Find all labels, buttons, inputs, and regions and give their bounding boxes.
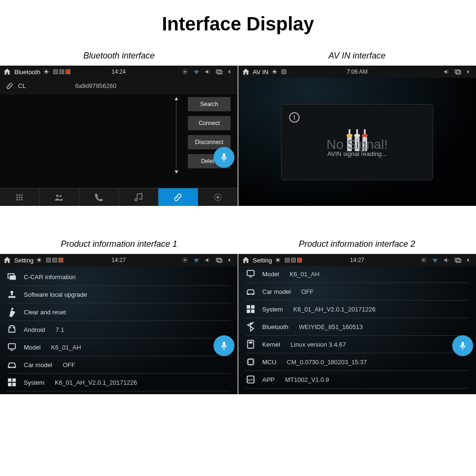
row-label: Car model — [24, 361, 52, 369]
bt-tab-bar — [0, 188, 237, 206]
brightness-icon[interactable]: ☀ — [275, 256, 281, 264]
setting-row-bluetooth[interactable]: BluetoothWEIYIDE_851_160513 — [245, 318, 469, 336]
svg-rect-48 — [249, 342, 252, 344]
screen-icon[interactable] — [454, 68, 462, 76]
scroll-down-icon[interactable]: ▼ — [174, 168, 179, 175]
setting-row-model[interactable]: ModelK6_01_AH — [7, 339, 231, 356]
svg-point-14 — [60, 195, 62, 197]
setting-row-software-local-upgrade[interactable]: Software local upgrade — [7, 286, 231, 303]
home-icon[interactable] — [242, 68, 250, 76]
model-icon — [7, 342, 17, 352]
screen-icon[interactable] — [215, 256, 223, 264]
setting-row-system[interactable]: SystemK6_01_AH_V2.0.1_20171226 — [245, 301, 469, 318]
clock: 14:27 — [111, 257, 126, 263]
bluetooth-icon — [245, 321, 256, 332]
setting-row-clear-and-reset[interactable]: Clear and reset — [7, 303, 231, 321]
svg-point-10 — [16, 199, 18, 200]
svg-rect-38 — [456, 259, 460, 262]
tab-calls[interactable] — [79, 188, 119, 206]
mic-button[interactable] — [214, 147, 234, 168]
model-icon — [245, 269, 256, 279]
row-value: K6_01_AH_V2.0.1_20171226 — [55, 379, 137, 386]
svg-rect-21 — [218, 259, 222, 262]
brightness-icon[interactable]: ☀ — [43, 68, 49, 76]
volume-icon[interactable] — [443, 256, 450, 264]
svg-rect-24 — [9, 296, 16, 298]
setting-row-mcu[interactable]: MCUCM_0.0730.0_180203_15:37 — [245, 353, 469, 371]
brightness-icon[interactable]: ☀ — [36, 256, 42, 264]
row-label: System — [262, 306, 283, 313]
home-icon[interactable] — [3, 68, 11, 76]
tray-icons — [285, 258, 302, 262]
volume-icon[interactable] — [204, 256, 212, 264]
device-name: CL — [18, 82, 75, 89]
row-label: Model — [262, 271, 279, 278]
screen-icon[interactable] — [454, 256, 462, 264]
connect-button[interactable]: Connect — [188, 116, 231, 130]
tab-settings[interactable] — [198, 188, 237, 206]
setting-row-c-car-information[interactable]: C-CAR information — [7, 268, 231, 286]
wifi-icon — [193, 68, 200, 76]
mic-button[interactable] — [214, 335, 234, 356]
svg-rect-2 — [216, 70, 221, 73]
caption-bluetooth: Bluetooth interface — [0, 46, 238, 66]
app-icon: APP — [245, 374, 256, 385]
car-model-icon — [245, 286, 256, 297]
home-icon[interactable] — [242, 256, 250, 264]
setting-row-kernel[interactable]: KernelLinux version 3.4.67 — [245, 336, 469, 353]
caption-info2: Product information interface 2 — [238, 234, 476, 254]
link-icon — [6, 82, 13, 90]
screen-bluetooth: Bluetooth ☀ 14:24 CL 6a9d978 — [0, 66, 238, 206]
svg-rect-45 — [246, 310, 250, 313]
setting-row-car-model[interactable]: Car modelOFF — [245, 283, 469, 301]
svg-rect-20 — [216, 258, 221, 262]
row-label: Bluetooth — [262, 323, 289, 330]
device-address: 6a9d97856260 — [75, 82, 117, 89]
svg-rect-40 — [249, 277, 252, 278]
tab-pair[interactable] — [158, 188, 198, 206]
location-icon — [420, 256, 427, 264]
setting-row-car-model[interactable]: Car modelOFF — [7, 356, 231, 374]
back-icon[interactable] — [227, 256, 234, 264]
svg-rect-3 — [218, 71, 222, 74]
row-label: System — [24, 379, 44, 386]
row-value: WEIYIDE_851_160513 — [299, 323, 362, 330]
back-icon[interactable] — [466, 68, 473, 76]
volume-icon[interactable] — [443, 68, 450, 76]
scroll-track[interactable] — [176, 102, 176, 168]
tab-music[interactable] — [119, 188, 158, 206]
svg-rect-33 — [8, 383, 11, 386]
setting-row-android[interactable]: Android7.1 — [7, 321, 231, 339]
setting-row-app[interactable]: APPAPPMT1002_V1.0.9 — [245, 371, 469, 389]
bt-device-row[interactable]: CL 6a9d97856260 — [0, 78, 237, 94]
av-panel: ! No Signal! AVIN signal reading... — [281, 104, 433, 180]
row-label: Car model — [262, 288, 291, 295]
tab-keypad[interactable] — [0, 188, 39, 206]
svg-point-0 — [184, 71, 186, 73]
volume-icon[interactable] — [204, 68, 212, 76]
svg-point-29 — [9, 367, 11, 369]
home-icon[interactable] — [3, 256, 11, 264]
android-icon — [7, 324, 17, 335]
svg-rect-17 — [456, 71, 460, 74]
screen-icon[interactable] — [215, 68, 223, 76]
svg-point-6 — [21, 194, 22, 195]
setting-row-system[interactable]: SystemK6_01_AH_V2.0.1_20171226 — [7, 374, 231, 391]
c-car-information-icon — [7, 272, 17, 282]
screen-info1: Setting ☀ 14:27 C-CAR informationSoftwar… — [0, 254, 238, 394]
svg-rect-27 — [9, 344, 16, 349]
row-value: OFF — [301, 288, 313, 295]
mic-button[interactable] — [452, 335, 473, 356]
back-icon[interactable] — [466, 256, 473, 264]
scroll-up-icon[interactable]: ▲ — [174, 95, 179, 102]
search-button[interactable]: Search — [188, 97, 231, 111]
wifi-icon — [193, 256, 200, 264]
tab-contacts[interactable] — [39, 188, 79, 206]
setting-row-model[interactable]: ModelK6_01_AH — [245, 266, 469, 283]
alert-icon: ! — [289, 112, 300, 123]
svg-text:APP: APP — [247, 379, 253, 382]
brightness-icon[interactable]: ☀ — [272, 68, 278, 76]
svg-point-30 — [13, 367, 15, 369]
clock: 7:06 AM — [347, 68, 368, 75]
back-icon[interactable] — [227, 68, 234, 76]
